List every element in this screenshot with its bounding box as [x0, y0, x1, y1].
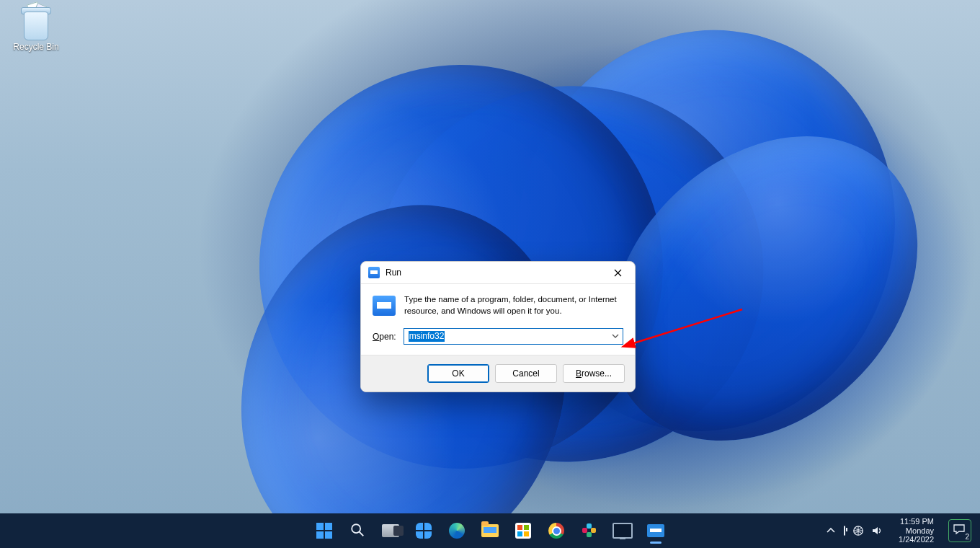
- file-explorer-button[interactable]: [476, 516, 504, 545]
- recycle-bin[interactable]: Recycle Bin: [9, 4, 63, 52]
- open-label: Open:: [373, 332, 396, 342]
- cancel-button[interactable]: Cancel: [495, 364, 557, 383]
- clock-day: Monday: [899, 526, 934, 536]
- task-view-button[interactable]: [376, 516, 405, 545]
- run-dialog: Run Type the name of a program, folder, …: [360, 261, 636, 392]
- store-icon: [515, 523, 531, 539]
- start-button[interactable]: [310, 516, 339, 545]
- slack-button[interactable]: [575, 516, 604, 545]
- volume-button[interactable]: [871, 525, 883, 536]
- svg-line-2: [360, 532, 364, 536]
- search-button[interactable]: [343, 516, 372, 545]
- run-title: Run: [386, 268, 605, 278]
- monitor-icon: [612, 523, 633, 539]
- edge-icon: [449, 523, 465, 539]
- task-view-icon: [382, 524, 399, 537]
- chat-icon: [953, 523, 966, 537]
- edge-button[interactable]: [442, 516, 471, 545]
- slack-icon: [582, 523, 597, 538]
- folder-icon: [481, 524, 499, 537]
- run-icon: [368, 267, 380, 278]
- widgets-button[interactable]: [409, 516, 438, 545]
- run-footer: OK Cancel Browse...: [361, 355, 635, 392]
- svg-line-0: [631, 309, 742, 344]
- annotation-arrow: [627, 306, 749, 357]
- clock-date: 1/24/2022: [899, 535, 934, 544]
- ok-button[interactable]: OK: [427, 364, 489, 383]
- battery-icon: [844, 526, 845, 536]
- search-icon: [349, 522, 365, 539]
- taskbar-center: [310, 516, 670, 545]
- run-description: Type the name of a program, folder, docu…: [404, 294, 623, 317]
- windows-icon: [316, 523, 332, 539]
- notifications-button[interactable]: 2: [948, 519, 971, 542]
- svg-point-1: [352, 524, 360, 533]
- chrome-icon: [548, 523, 564, 539]
- clock-time: 11:59 PM: [899, 517, 934, 526]
- globe-icon: [852, 525, 864, 536]
- run-titlebar[interactable]: Run: [361, 262, 635, 284]
- notification-count: 2: [965, 533, 969, 541]
- system-tray: 11:59 PM Monday 1/24/2022 2: [821, 513, 976, 548]
- microsoft-store-button[interactable]: [509, 516, 538, 545]
- chevron-up-icon: [825, 525, 837, 536]
- run-program-icon: [373, 296, 396, 316]
- close-button[interactable]: [605, 264, 631, 281]
- recycle-bin-icon: [21, 4, 51, 40]
- chrome-button[interactable]: [542, 516, 571, 545]
- network-button[interactable]: [852, 525, 864, 536]
- tray-overflow-button[interactable]: [825, 525, 837, 536]
- open-combobox[interactable]: msinfo32: [404, 328, 623, 345]
- monitor-app-button[interactable]: [608, 516, 637, 545]
- battery-button[interactable]: [844, 526, 845, 535]
- taskbar: 11:59 PM Monday 1/24/2022 2: [0, 513, 980, 548]
- browse-button[interactable]: Browse...: [563, 364, 625, 383]
- speaker-icon: [871, 525, 883, 536]
- open-input[interactable]: [404, 328, 623, 345]
- run-taskbar-icon: [647, 524, 664, 537]
- clock-button[interactable]: 11:59 PM Monday 1/24/2022: [894, 517, 938, 544]
- run-app-button[interactable]: [641, 516, 670, 545]
- widgets-icon: [416, 523, 432, 539]
- recycle-bin-label: Recycle Bin: [9, 42, 63, 52]
- close-icon: [614, 269, 622, 277]
